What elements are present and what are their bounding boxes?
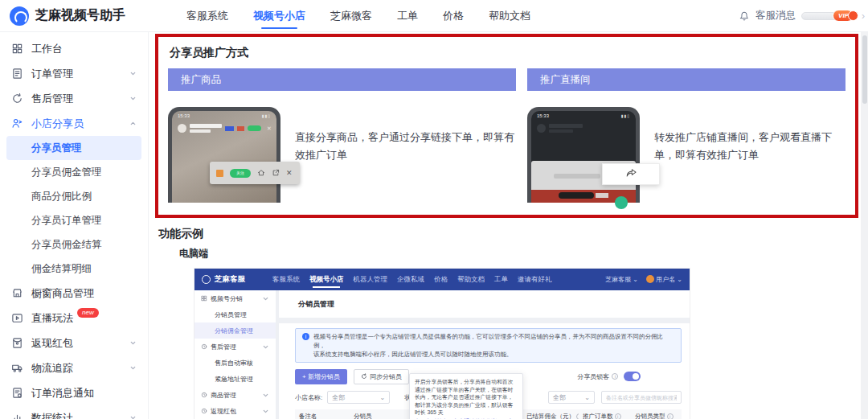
collapse-arrow-icon[interactable]: › [862, 10, 865, 22]
chevron-down-icon [129, 339, 137, 347]
sidebar-item-11[interactable]: 直播玩法new [0, 306, 148, 331]
embed-menu: 客服系统视频号小店机器人管理企微私域价格帮助文档工单邀请有好礼 [272, 269, 552, 290]
topnav-item-2[interactable]: 芝麻微客 [329, 0, 374, 33]
sidebar-item-label: 分享员订单管理 [31, 214, 102, 228]
sidebar-item-13[interactable]: 物流追踪 [0, 355, 148, 380]
table-col-header-5: 推广订单数i [579, 413, 631, 419]
topnav-item-5[interactable]: 帮助文档 [487, 0, 532, 33]
embed-user-menu[interactable]: 用户名 ⌄ [646, 275, 682, 284]
phone-statusbar: 15:33 ▮▮▯ [178, 113, 271, 118]
info-icon[interactable]: i [612, 373, 618, 380]
shop-select[interactable]: 全部⌄ [327, 391, 390, 404]
home-icon[interactable] [257, 169, 265, 177]
share-arrow-popup[interactable] [602, 163, 660, 185]
info-icon[interactable]: i [615, 413, 621, 419]
embed-sidebar-item-5[interactable]: 紧急地址管理 [194, 371, 276, 387]
embed-nav-item-2[interactable]: 机器人管理 [354, 269, 388, 290]
chevron-down-icon [129, 70, 137, 77]
table-col-header-1: 备注名 [295, 413, 350, 419]
sidebar-item-2[interactable]: 售后管理 [0, 86, 148, 111]
embed-nav-item-3[interactable]: 企微私域 [397, 269, 424, 290]
sidebar-item-label: 订单管理 [31, 67, 73, 81]
brand-logo-icon [10, 6, 29, 26]
shop-filter-label: 小店名称: [295, 393, 322, 402]
embed-sidebar-item-label: 商品管理 [211, 391, 236, 400]
live-header [537, 124, 583, 133]
brand[interactable]: 芝麻视频号助手 [0, 6, 158, 26]
sidebar-item-label: 工作台 [31, 42, 63, 56]
tag-chip [237, 126, 244, 131]
embed-logo-icon [202, 275, 211, 284]
embed-nav-item-4[interactable]: 价格 [434, 269, 448, 290]
sidebar-item-3[interactable]: 小店分享员 [0, 111, 148, 136]
info-icon[interactable]: i [667, 413, 674, 419]
sidebar-item-14[interactable]: 订单消息通知 [0, 380, 148, 405]
embed-sidebar-item-7[interactable]: 返现红包 [194, 403, 276, 419]
embed-sidebar-item-6[interactable]: 商品管理 [194, 387, 276, 403]
topnav-item-3[interactable]: 工单 [395, 0, 420, 33]
close-icon[interactable]: ✕ [286, 169, 293, 177]
lock-toggle[interactable] [624, 372, 641, 381]
status-select[interactable]: 全部⌄ [548, 391, 595, 404]
embed-nav-item-0[interactable]: 客服系统 [272, 269, 300, 290]
embed-nav-item-7[interactable]: 邀请有好礼 [518, 269, 552, 290]
sidebar-item-7[interactable]: 分享员订单管理 [0, 208, 148, 232]
topnav-item-1[interactable]: 视频号小店 [252, 0, 307, 33]
scrollbar[interactable] [861, 32, 868, 419]
embed-brand[interactable]: 芝麻客服 [202, 274, 272, 285]
embed-main: 分销员管理 i 视频号分享员管理是一个专为店铺管理人员提供服务的功能，它可以管理… [276, 290, 690, 419]
topnav-item-0[interactable]: 客服系统 [185, 0, 230, 33]
promoter-methods-panel: 分享员推广方式 推广商品 15:33 ▮▮▯ [155, 34, 858, 218]
embed-sidebar-item-0[interactable]: 视频号分销 [194, 290, 276, 306]
topnav-item-4[interactable]: 价格 [441, 0, 465, 33]
embed-account-menu[interactable]: 芝麻客服 ⌄ [605, 275, 638, 284]
sidebar-item-10[interactable]: 橱窗商品管理 [0, 281, 148, 306]
add-distributor-button[interactable]: + 新增分销员 [295, 369, 347, 384]
search-input[interactable] [601, 391, 682, 404]
sidebar-item-12[interactable]: 返现红包 [0, 331, 148, 355]
info-banner: i 视频号分享员管理是一个专为店铺管理人员提供服务的功能，它可以管理多个不同店铺… [295, 328, 682, 363]
share-toolbar-popup: 关注 ✕ [210, 162, 300, 184]
embedded-screenshot: 芝麻客服 客服系统视频号小店机器人管理企微私域价格帮助文档工单邀请有好礼 芝麻客… [194, 269, 690, 419]
embed-sidebar-item-1[interactable]: 分销员管理 [194, 306, 276, 322]
chevron-down-icon [262, 343, 269, 351]
sidebar-item-4[interactable]: 分享员管理 [6, 136, 141, 160]
circle-icon [201, 343, 207, 350]
topnav-menu: 客服系统视频号小店芝麻微客工单价格帮助文档 [185, 0, 532, 33]
sidebar-item-label: 橱窗商品管理 [31, 286, 94, 301]
promo-column-live: 推广直播间 15:33 ▮▮▯ [527, 68, 845, 203]
scrollbar-thumb[interactable] [862, 35, 867, 104]
vip-progress[interactable]: VIP [801, 12, 850, 20]
sidebar-item-1[interactable]: 订单管理 [0, 61, 148, 86]
embed-sidebar-item-2[interactable]: 分销佣金管理 [194, 322, 276, 339]
sidebar-item-5[interactable]: 分享员佣金管理 [0, 160, 148, 184]
bell-icon[interactable] [739, 10, 750, 22]
avatar [646, 275, 654, 283]
sidebar-item-label: 物流追踪 [31, 361, 73, 376]
sidebar-item-label: 分享员佣金结算 [31, 238, 102, 252]
embed-sidebar-item-label: 视频号分销 [211, 294, 243, 303]
embed-page-title: 分销员管理 [279, 290, 690, 318]
forward-icon[interactable] [272, 169, 280, 177]
sidebar-item-6[interactable]: 商品分佣比例 [0, 184, 148, 208]
embed-nav-item-1[interactable]: 视频号小店 [309, 269, 344, 290]
embed-nav-item-5[interactable]: 帮助文档 [457, 269, 485, 290]
phone-statusbar: 15:33 ▮▮▯ [537, 113, 630, 118]
notch [559, 192, 594, 199]
sidebar-item-15[interactable]: 数据统计 [0, 405, 148, 419]
promo-header-product: 推广商品 [168, 68, 516, 91]
follow-button[interactable]: 关注 [230, 169, 251, 178]
lock-tooltip-body: 开启分享员锁客后，分享员将自动和首次通过推广链接下单的客户关联，在锁客时长内，无… [415, 378, 518, 417]
sidebar-item-0[interactable]: 工作台 [0, 36, 148, 61]
sidebar-item-8[interactable]: 分享员佣金结算 [0, 232, 148, 257]
embed-sidebar-item-3[interactable]: 售后管理 [194, 339, 276, 355]
message-label[interactable]: 客服消息 [755, 9, 796, 23]
live-product-banner [531, 190, 636, 203]
embed-nav-item-6[interactable]: 工单 [494, 269, 508, 290]
phone-time: 15:33 [178, 113, 190, 118]
sync-distributor-button[interactable]: 同步分销员 [354, 369, 409, 384]
sidebar-item-9[interactable]: 佣金结算明细 [0, 257, 148, 281]
promo-desc-live: 转发推广店铺直播间，客户观看直播下单，即算有效推广订单 [654, 107, 845, 203]
logistics-icon [11, 362, 23, 374]
embed-sidebar-item-4[interactable]: 售后自动审核 [194, 355, 276, 371]
